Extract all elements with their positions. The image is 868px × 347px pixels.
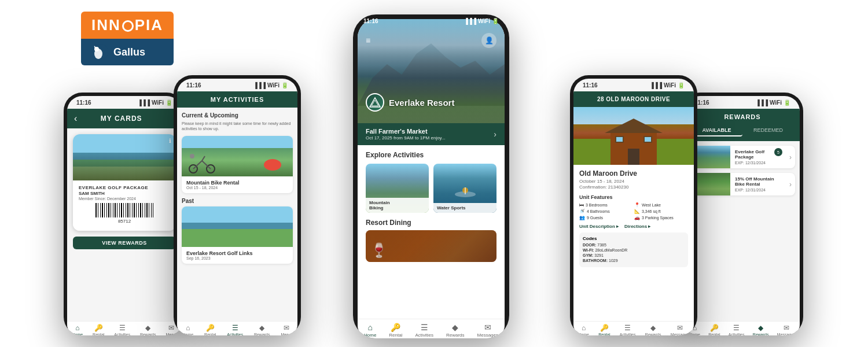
mountain-biking-tile[interactable]: MountainBiking — [366, 164, 429, 213]
nav-activities-1[interactable]: ☰Activities — [114, 324, 130, 335]
reward-bike-exp: EXP: 12/31/2024 — [735, 188, 781, 192]
resort-nav-messages[interactable]: ✉Messages — [477, 323, 498, 338]
reward-card-golf[interactable]: Everlake Golf Package EXP: 12/31/2024 › … — [690, 146, 795, 168]
golf-card[interactable]: ℹ EVERLAKE GOLF PACKAGE SAM SMITH Member… — [73, 134, 176, 231]
nav-rewards-4[interactable]: ◆Rewards — [645, 324, 661, 335]
activities-header: MY ACTIVITIES — [177, 91, 297, 108]
feature-bathrooms: 🚿4 Bathrooms — [579, 209, 633, 214]
directions-link[interactable]: Directions ▸ — [624, 224, 650, 229]
nav-home-2[interactable]: ⌂Home — [182, 324, 193, 335]
activity-card-mtb[interactable]: Mountain Bike Rental Oct 15 - 18, 2024 — [182, 136, 293, 193]
nav-activities-2[interactable]: ☰Activities — [227, 324, 243, 335]
promo-text: Fall Farmer's Market Oct 17, 2025 from 9… — [366, 128, 446, 141]
bottom-nav-4: ⌂Home 🔑Rental ☰Activities ◆Rewards ✉Mess… — [573, 321, 694, 335]
status-bar-2: 11:16 ▐▐▐WiFi🔋 — [177, 79, 297, 91]
rental-dates: October 15 - 18, 2024 — [579, 179, 688, 184]
current-section-title: Current & Upcoming — [182, 112, 293, 119]
reward-badge-5: 5 — [774, 148, 782, 156]
back-arrow-icon[interactable]: ‹ — [74, 113, 77, 124]
resort-nav-rewards[interactable]: ◆Rewards — [446, 323, 465, 338]
dining-decoration: 🍷 — [370, 242, 388, 259]
activities-title: MY ACTIVITIES — [211, 96, 264, 103]
gym-code: GYM: 3291 — [583, 253, 685, 257]
reward-golf-exp: EXP: 12/31/2024 — [735, 161, 781, 165]
wifi-code: WI-FI: 28oLdMaRoonDR — [583, 248, 685, 252]
codes-title: Codes — [583, 236, 685, 241]
nav-rewards-5[interactable]: ◆Rewards — [753, 324, 769, 335]
resort-bottom-nav: ⌂ Home 🔑Rental ☰Activities ◆Rewards ✉Mes… — [358, 319, 505, 338]
cabin-window — [615, 136, 624, 143]
nav-activities-5[interactable]: ☰Activities — [729, 324, 745, 335]
inntopia-o-icon — [122, 20, 134, 32]
promo-banner[interactable]: Fall Farmer's Market Oct 17, 2025 from 9… — [358, 123, 505, 145]
rental-title: 28 OLD MAROON DRIVE — [597, 96, 670, 102]
nav-messages-4[interactable]: ✉Messages — [671, 324, 689, 335]
user-profile-icon[interactable]: 👤 — [481, 33, 496, 48]
barcode-image — [95, 203, 153, 217]
rental-screen-container: 11:16 ▐▐▐WiFi🔋 28 OLD MAROON DRIVE — [573, 79, 694, 335]
nav-rental-5[interactable]: 🔑Rental — [708, 324, 720, 335]
nav-messages-5[interactable]: ✉Messages — [777, 324, 796, 335]
nav-rewards-1[interactable]: ◆Rewards — [140, 324, 156, 335]
unit-description-link[interactable]: Unit Description ▸ — [579, 224, 619, 229]
dining-image: 🍷 — [366, 230, 496, 262]
cabin-window-2 — [643, 136, 652, 143]
current-section-desc: Please keep in mind it might take some t… — [182, 121, 293, 131]
resort-nav-rental[interactable]: 🔑Rental — [389, 323, 402, 338]
cabin-door — [628, 149, 639, 165]
nav-messages-2[interactable]: ✉Mes... — [281, 324, 292, 335]
status-icons-5: ▐▐▐WiFi🔋 — [756, 99, 790, 106]
features-title: Unit Features — [579, 194, 688, 200]
nav-messages-1[interactable]: ✉Mes... — [165, 324, 176, 335]
water-sports-tile[interactable]: Water Sports — [433, 164, 496, 213]
activities-content: Current & Upcoming Please keep in mind i… — [177, 108, 297, 321]
golf-activity-info: Everlake Resort Golf Links Sep 16, 2023 — [182, 247, 293, 264]
nav-rental-2[interactable]: 🔑Rental — [204, 324, 216, 335]
mtb-name: Mountain Bike Rental — [186, 180, 288, 186]
dining-title: Resort Dining — [366, 219, 496, 227]
rewards-content: Everlake Golf Package EXP: 12/31/2024 › … — [685, 141, 800, 321]
resort-nav-activities[interactable]: ☰Activities — [415, 323, 433, 338]
mtb-image — [182, 136, 293, 176]
svg-point-8 — [190, 154, 194, 158]
phone-rental: 11:16 ▐▐▐WiFi🔋 28 OLD MAROON DRIVE — [570, 75, 697, 335]
nav-rental-1[interactable]: 🔑Rental — [93, 324, 104, 335]
kayak-icon — [454, 183, 477, 200]
feature-bedrooms: 🛏3 Bedrooms — [579, 202, 633, 208]
phone-cards: 11:16 ▐▐▐WiFi🔋 ‹ MY CARDS ℹ EVERLAKE GOL… — [64, 93, 185, 335]
time-4: 11:16 — [583, 82, 598, 88]
card-since: Member Since: December 2024 — [79, 197, 170, 201]
resort-brand: Everlake Resort — [366, 93, 454, 112]
nav-activities-4[interactable]: ☰Activities — [620, 324, 636, 335]
nav-home-4[interactable]: ⌂Home — [578, 324, 589, 335]
gallus-logo: Gallus — [81, 39, 174, 65]
rewards-tab-redeemed[interactable]: REDEEMED — [742, 125, 794, 136]
nav-rental-4[interactable]: 🔑Rental — [598, 324, 610, 335]
phone-resort: 11:16 ▐▐▐WiFi🔋 ≡ 👤 — [353, 14, 509, 338]
status-icons-4: ▐▐▐WiFi🔋 — [650, 82, 685, 88]
feature-location: 📍West Lake — [634, 202, 688, 208]
promo-desc: Oct 17, 2025 from 9AM to 1PM enjoy... — [366, 135, 446, 141]
hamburger-icon[interactable]: ≡ — [366, 36, 370, 45]
card-info: EVERLAKE GOLF PACKAGE SAM SMITH Member S… — [73, 180, 176, 231]
reward-card-bike[interactable]: 15% Off Mountain Bike Rental EXP: 12/31/… — [690, 173, 795, 195]
nav-home-1[interactable]: ⌂Home — [72, 324, 83, 335]
promo-title: Fall Farmer's Market — [366, 128, 446, 135]
rental-header: 28 OLD MAROON DRIVE — [573, 91, 694, 107]
rewards-tab-available[interactable]: AVAILABLE — [691, 125, 742, 136]
activity-card-golf[interactable]: Everlake Resort Golf Links Sep 16, 2023 — [182, 206, 293, 264]
codes-section: Codes DOOR: 7385 WI-FI: 28oLdMaRoonDR GY… — [579, 232, 688, 267]
card-name: EVERLAKE GOLF PACKAGE — [79, 185, 170, 190]
resort-nav-home[interactable]: ⌂ Home — [364, 323, 376, 338]
rewards-header: REWARDS — [685, 109, 800, 125]
nav-rewards-2[interactable]: ◆Rewards — [254, 324, 270, 335]
bottom-nav-2: ⌂Home 🔑Rental ☰Activities ◆Rewards ✉Mes.… — [177, 321, 297, 335]
time-3: 11:16 — [363, 19, 378, 24]
view-rewards-button[interactable]: VIEW REWARDS — [73, 237, 176, 249]
svg-marker-10 — [372, 100, 378, 106]
card-image: ℹ — [73, 134, 176, 180]
feature-sqft: 📐3,346 sq ft — [634, 209, 688, 214]
resort-content: Explore Activities MountainBiking Water … — [358, 145, 505, 319]
bottom-nav-5: ⌂Home 🔑Rental ☰Activities ◆Rewards ✉Mess… — [685, 321, 800, 335]
barcode-number: 85712 — [81, 219, 168, 224]
